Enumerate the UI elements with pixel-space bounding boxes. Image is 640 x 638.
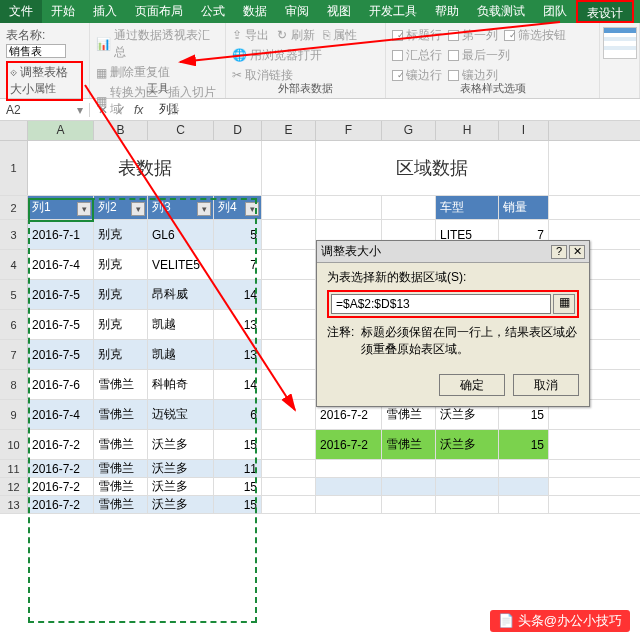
cell[interactable]: 雪佛兰 — [94, 460, 148, 477]
tab-insert[interactable]: 插入 — [84, 0, 126, 23]
cell[interactable] — [436, 460, 499, 477]
filter-dropdown-icon[interactable]: ▾ — [131, 202, 145, 216]
filter-dropdown-icon[interactable]: ▾ — [245, 202, 259, 216]
cell[interactable]: 2016-7-5 — [28, 340, 94, 369]
cell[interactable]: 15 — [499, 430, 549, 459]
cell[interactable] — [262, 220, 316, 249]
cell[interactable]: 2016-7-2 — [28, 460, 94, 477]
ext-props-button[interactable]: ⎘ 属性 — [323, 27, 357, 44]
cell[interactable]: 2016-7-2 — [28, 478, 94, 495]
tab-dev[interactable]: 开发工具 — [360, 0, 426, 23]
range-picker-icon[interactable]: ▦ — [553, 294, 575, 314]
cell[interactable]: 2016-7-1 — [28, 220, 94, 249]
cell[interactable]: 沃兰多 — [148, 460, 214, 477]
cell[interactable]: 别克 — [94, 280, 148, 309]
dialog-close-button[interactable]: ✕ — [569, 245, 585, 259]
cell[interactable] — [262, 340, 316, 369]
tab-team[interactable]: 团队 — [534, 0, 576, 23]
dialog-ok-button[interactable]: 确定 — [439, 374, 505, 396]
cell[interactable]: 13 — [214, 340, 262, 369]
cb-first-col[interactable]: 第一列 — [448, 27, 498, 44]
cell[interactable]: 13 — [214, 310, 262, 339]
cell[interactable] — [316, 460, 382, 477]
col-E[interactable]: E — [262, 121, 316, 140]
cell[interactable] — [316, 478, 382, 495]
cell[interactable]: 14 — [214, 370, 262, 399]
col-B[interactable]: B — [94, 121, 148, 140]
cell[interactable] — [382, 478, 436, 495]
cell[interactable] — [499, 478, 549, 495]
table-header[interactable]: 列2▾ — [94, 196, 148, 219]
cell[interactable] — [262, 400, 316, 429]
cell[interactable]: 别克 — [94, 310, 148, 339]
cell[interactable]: 15 — [214, 478, 262, 495]
col-H[interactable]: H — [436, 121, 499, 140]
tab-review[interactable]: 审阅 — [276, 0, 318, 23]
cell[interactable]: 凯越 — [148, 310, 214, 339]
cell[interactable] — [499, 496, 549, 513]
cell[interactable]: 雪佛兰 — [94, 478, 148, 495]
cell[interactable]: 5 — [214, 220, 262, 249]
cell[interactable]: 2016-7-5 — [28, 310, 94, 339]
table-header[interactable]: 列3▾ — [148, 196, 214, 219]
cell[interactable] — [262, 370, 316, 399]
cb-filter[interactable]: 筛选按钮 — [504, 27, 566, 44]
tab-load[interactable]: 负载测试 — [468, 0, 534, 23]
dialog-cancel-button[interactable]: 取消 — [513, 374, 579, 396]
cell[interactable]: 雪佛兰 — [94, 370, 148, 399]
dialog-range-input[interactable] — [331, 294, 551, 314]
tab-home[interactable]: 开始 — [42, 0, 84, 23]
cb-header-row[interactable]: 标题行 — [392, 27, 442, 44]
cell[interactable] — [499, 460, 549, 477]
table-header[interactable]: 列1▾ — [28, 196, 94, 219]
cell[interactable] — [262, 496, 316, 513]
cell[interactable]: 沃兰多 — [148, 478, 214, 495]
cell[interactable]: 迈锐宝 — [148, 400, 214, 429]
col-D[interactable]: D — [214, 121, 262, 140]
cell[interactable] — [382, 496, 436, 513]
cell[interactable]: 雪佛兰 — [94, 400, 148, 429]
cell[interactable] — [262, 460, 316, 477]
filter-dropdown-icon[interactable]: ▾ — [197, 202, 211, 216]
cell[interactable]: 别克 — [94, 250, 148, 279]
cb-last-col[interactable]: 最后一列 — [448, 47, 510, 64]
pivot-summary-button[interactable]: 📊 通过数据透视表汇总 — [96, 27, 219, 61]
tab-file[interactable]: 文件 — [0, 0, 42, 23]
cell[interactable] — [382, 196, 436, 219]
dialog-help-button[interactable]: ? — [551, 245, 567, 259]
cell[interactable]: 雪佛兰 — [382, 430, 436, 459]
cell[interactable]: 15 — [214, 496, 262, 513]
cell[interactable]: 2016-7-6 — [28, 370, 94, 399]
cell[interactable]: 沃兰多 — [148, 430, 214, 459]
col-A[interactable]: A — [28, 121, 94, 140]
tab-layout[interactable]: 页面布局 — [126, 0, 192, 23]
cell[interactable]: 雪佛兰 — [94, 496, 148, 513]
table-style-thumb[interactable] — [603, 27, 637, 59]
cell[interactable] — [262, 141, 316, 195]
cell[interactable] — [436, 496, 499, 513]
cell[interactable] — [316, 196, 382, 219]
cell[interactable] — [436, 478, 499, 495]
cell[interactable]: 2016-7-5 — [28, 280, 94, 309]
cell[interactable]: 2016-7-2 — [28, 496, 94, 513]
col-C[interactable]: C — [148, 121, 214, 140]
cell[interactable]: 别克 — [94, 340, 148, 369]
tab-table-design[interactable]: 表设计 — [576, 0, 634, 23]
remove-duplicates-button[interactable]: ▦ 删除重复值 — [96, 64, 219, 81]
cell[interactable]: 6 — [214, 400, 262, 429]
cell[interactable] — [262, 310, 316, 339]
refresh-button[interactable]: ↻ 刷新 — [277, 27, 314, 44]
cb-total-row[interactable]: 汇总行 — [392, 47, 442, 64]
tab-data[interactable]: 数据 — [234, 0, 276, 23]
col-F[interactable]: F — [316, 121, 382, 140]
cell[interactable] — [262, 250, 316, 279]
col-I[interactable]: I — [499, 121, 549, 140]
export-button[interactable]: ⇪ 导出 — [232, 27, 269, 44]
cell[interactable] — [262, 196, 316, 219]
cell[interactable]: 凯越 — [148, 340, 214, 369]
cell[interactable] — [262, 478, 316, 495]
cell[interactable]: 2016-7-4 — [28, 400, 94, 429]
cell[interactable]: 2016-7-2 — [28, 430, 94, 459]
select-all-corner[interactable] — [0, 121, 28, 140]
cell[interactable]: 2016-7-4 — [28, 250, 94, 279]
